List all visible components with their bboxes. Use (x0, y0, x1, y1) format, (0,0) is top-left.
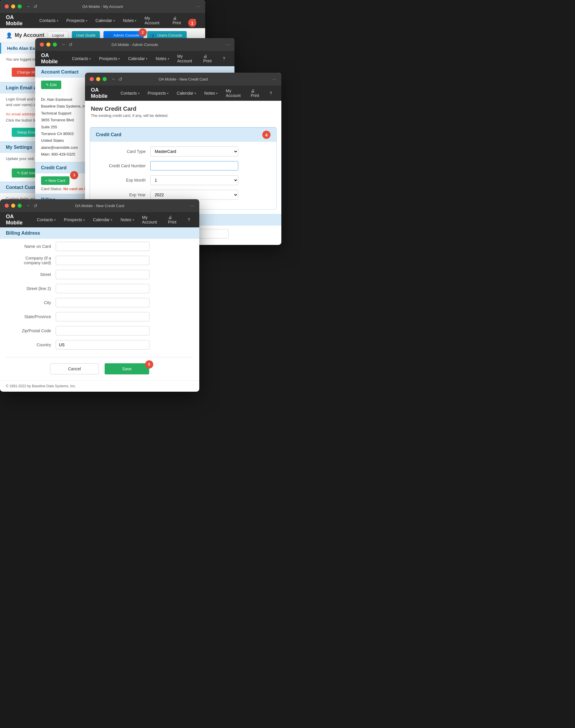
contacts-arrow-1: ▾ (57, 19, 58, 22)
admin-icon: 👤 (108, 33, 112, 37)
nav-print-2[interactable]: 🖨 Print (200, 52, 218, 65)
nav-prospects-2[interactable]: Prospects ▾ (96, 55, 123, 63)
window-title-2: OA Mobile - Admin Console (112, 42, 158, 47)
app-brand-2[interactable]: OA Mobile (41, 53, 63, 65)
minimize-btn-1[interactable] (11, 4, 15, 8)
city-input[interactable] (56, 298, 149, 307)
edit-contact-button[interactable]: ✎ Edit (41, 80, 61, 89)
nav-arrows-1: ← ↺ (26, 4, 37, 9)
nav-calendar-1[interactable]: Calendar ▾ (92, 16, 119, 25)
nav-notes-2[interactable]: Notes ▾ (152, 55, 173, 63)
nav-contacts-3[interactable]: Contacts ▾ (117, 89, 143, 97)
maximize-btn-4[interactable] (18, 204, 22, 208)
name-on-card-label: Name on Card (9, 244, 56, 249)
badge-5: 5 (145, 360, 153, 369)
nav-contacts-2[interactable]: Contacts ▾ (69, 55, 94, 63)
zip-label: Zip/Postal Code (9, 328, 56, 333)
titlebar-3: ← ↺ OA Mobile - New Credit Card ··· (85, 73, 281, 85)
exp-month-row: Exp Month 1 2 3 (95, 175, 272, 185)
nav-myaccount-4[interactable]: My Account (139, 213, 163, 226)
save-button[interactable]: Save 5 (105, 363, 149, 374)
close-btn-4[interactable] (5, 204, 9, 208)
state-input[interactable] (56, 312, 149, 321)
refresh-icon-2[interactable]: ↺ (69, 42, 72, 47)
users-icon: 👥 (151, 33, 156, 37)
refresh-icon[interactable]: ↺ (33, 4, 37, 9)
nav-prospects-1[interactable]: Prospects ▾ (63, 16, 91, 25)
nav-help-4[interactable]: ? (184, 216, 194, 224)
close-btn-1[interactable] (5, 4, 9, 8)
page-subheading-3: The existing credit card, if any, will b… (85, 113, 281, 123)
nav-calendar-2[interactable]: Calendar ▾ (125, 55, 151, 63)
city-label: City (9, 300, 56, 305)
nav-arrows-3: ← ↺ (111, 76, 122, 82)
menu-dots-2[interactable]: ··· (225, 42, 230, 48)
app-brand-1[interactable]: OA Mobile (6, 14, 30, 27)
city-row: City (0, 298, 199, 307)
company-row: Company (if a company card) (0, 256, 199, 265)
nav-calendar-3[interactable]: Calendar ▾ (173, 89, 200, 97)
nav-myaccount-1[interactable]: My Account (141, 14, 168, 27)
zip-input[interactable] (56, 326, 149, 336)
window-controls-3 (90, 77, 107, 81)
menu-dots-1[interactable]: ··· (196, 3, 200, 10)
street2-row: Street (line 2) (0, 284, 199, 293)
navbar-4: OA Mobile Contacts ▾ Prospects ▾ Calenda… (0, 212, 199, 227)
billing-address-section-header: Billing Address (0, 227, 199, 239)
account-icon-1: 👤 (6, 32, 12, 39)
minimize-btn-4[interactable] (11, 204, 15, 208)
titlebar-4: ← ↺ OA Mobile - New Credit Card ··· (0, 199, 199, 212)
navbar-3: OA Mobile Contacts ▾ Prospects ▾ Calenda… (85, 85, 281, 101)
refresh-icon-3[interactable]: ↺ (119, 76, 122, 82)
nav-myaccount-3[interactable]: My Account (222, 87, 246, 100)
name-on-card-input[interactable] (56, 242, 149, 251)
app-brand-3[interactable]: OA Mobile (91, 87, 111, 99)
footer-copyright: © 1991-2022 by Baseline Data Systems, In… (0, 380, 199, 392)
exp-month-select[interactable]: 1 2 3 (150, 175, 238, 185)
cancel-button[interactable]: Cancel (50, 363, 99, 374)
maximize-btn-3[interactable] (103, 77, 107, 81)
back-icon[interactable]: ← (26, 4, 31, 9)
maximize-btn-2[interactable] (53, 42, 57, 46)
nav-calendar-4[interactable]: Calendar ▾ (90, 216, 116, 224)
nav-print-4[interactable]: 🖨 Print (164, 213, 183, 226)
menu-dots-4[interactable]: ··· (190, 203, 195, 209)
window-title-3: OA Mobile - New Credit Card (159, 77, 208, 81)
close-btn-3[interactable] (90, 77, 94, 81)
back-icon-4[interactable]: ← (26, 203, 31, 209)
minimize-btn-3[interactable] (96, 77, 100, 81)
exp-year-select[interactable]: 2022 2023 (150, 190, 238, 200)
nav-notes-3[interactable]: Notes ▾ (201, 89, 221, 97)
country-input[interactable] (56, 340, 149, 349)
nav-contacts-1[interactable]: Contacts ▾ (36, 16, 62, 25)
nav-myaccount-2[interactable]: My Account (174, 52, 198, 65)
company-input[interactable] (56, 256, 149, 265)
nav-help-2[interactable]: ? (219, 55, 229, 63)
nav-arrows-2: ← ↺ (62, 42, 72, 47)
nav-prospects-4[interactable]: Prospects ▾ (60, 216, 88, 224)
card-type-select[interactable]: Visa MasterCard American Express Discove… (150, 146, 238, 157)
app-brand-4[interactable]: OA Mobile (6, 214, 28, 226)
refresh-icon-4[interactable]: ↺ (33, 203, 37, 209)
credit-card-header: Credit Card 4 (90, 128, 276, 142)
nav-notes-4[interactable]: Notes ▾ (117, 216, 137, 224)
street2-input[interactable] (56, 284, 149, 293)
nav-print-3[interactable]: 🖨 Print (247, 87, 265, 100)
nav-notes-1[interactable]: Notes ▾ (120, 16, 140, 25)
nav-prospects-3[interactable]: Prospects ▾ (144, 89, 172, 97)
nav-contacts-4[interactable]: Contacts ▾ (33, 216, 59, 224)
back-icon-2[interactable]: ← (62, 42, 66, 47)
back-icon-3[interactable]: ← (111, 76, 116, 82)
nav-print-1[interactable]: 🖨 Print (169, 14, 189, 27)
maximize-btn-1[interactable] (18, 4, 22, 8)
company-label: Company (if a company card) (9, 256, 56, 265)
nav-help-3[interactable]: ? (266, 89, 275, 97)
menu-dots-3[interactable]: ··· (272, 76, 277, 82)
minimize-btn-2[interactable] (46, 42, 50, 46)
prospects-arrow-1: ▾ (86, 19, 87, 22)
credit-card-number-input[interactable] (150, 161, 238, 171)
street-input[interactable] (56, 270, 149, 279)
new-card-button[interactable]: + New Card (41, 176, 69, 185)
close-btn-2[interactable] (40, 42, 44, 46)
page-toolbar-title-1: 👤 My Account (6, 32, 44, 39)
